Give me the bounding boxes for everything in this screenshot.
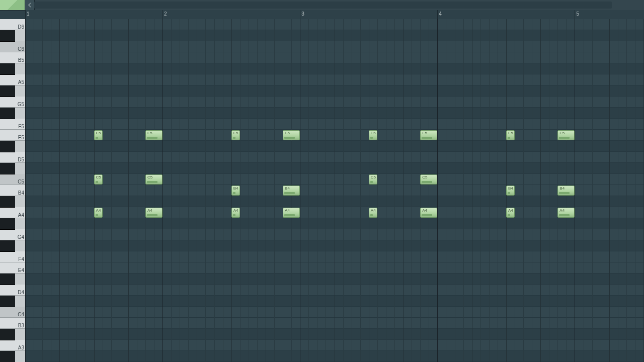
piano-key-white[interactable]: A5	[0, 74, 25, 85]
piano-key-white[interactable]: C5	[0, 174, 25, 185]
bar-label: 2	[164, 11, 167, 17]
piano-key-label: B4	[18, 190, 24, 196]
piano-keyboard[interactable]: D6C6B5A5G5F5E5D5C5B4A4G4F4E4D4C4B3A3	[0, 19, 26, 362]
midi-note[interactable]: C5	[420, 174, 437, 185]
note-label: E5	[285, 131, 290, 135]
note-label: E5	[96, 131, 101, 135]
midi-note[interactable]: A4	[231, 208, 240, 218]
note-velocity-indicator	[508, 192, 510, 194]
note-velocity-indicator	[233, 214, 235, 216]
piano-key-label: F5	[18, 124, 24, 129]
toolbar-strip[interactable]	[34, 2, 612, 9]
midi-note[interactable]: E5	[506, 130, 515, 140]
note-label: B4	[508, 186, 513, 191]
note-label: B4	[559, 186, 565, 191]
piano-key-label: A4	[18, 212, 24, 218]
piano-key-white[interactable]: G4	[0, 229, 25, 240]
midi-note[interactable]: A4	[420, 208, 437, 218]
piano-key-black[interactable]	[0, 108, 15, 119]
midi-note[interactable]: A4	[283, 208, 300, 218]
piano-key-black[interactable]	[0, 218, 15, 230]
midi-note[interactable]: E5	[145, 130, 163, 140]
piano-key-black[interactable]	[0, 63, 15, 75]
piano-key-black[interactable]	[0, 30, 15, 42]
midi-note[interactable]: C5	[145, 174, 163, 185]
piano-key-black[interactable]	[0, 240, 15, 252]
piano-key-white[interactable]: B4	[0, 185, 25, 196]
piano-key-black[interactable]	[0, 296, 15, 307]
piano-key-label: E4	[18, 267, 24, 273]
piano-key-label: E5	[18, 135, 24, 140]
piano-key-white[interactable]: E5	[0, 130, 25, 141]
midi-note[interactable]: C5	[94, 174, 103, 185]
piano-key-black[interactable]	[0, 274, 15, 285]
piano-key-white[interactable]: C6	[0, 41, 25, 52]
note-label: E5	[559, 131, 565, 135]
note-velocity-indicator	[559, 192, 570, 194]
piano-key-black[interactable]	[0, 163, 15, 174]
piano-key-white[interactable]: D6	[0, 19, 25, 30]
piano-key-label: G4	[18, 234, 24, 240]
midi-note[interactable]: E5	[231, 130, 240, 140]
midi-note[interactable]: E5	[94, 130, 103, 140]
piano-key-white[interactable]: A3	[0, 340, 25, 351]
note-velocity-indicator	[559, 214, 570, 216]
note-label: E5	[371, 131, 376, 135]
note-velocity-indicator	[233, 137, 235, 139]
midi-note[interactable]: B4	[506, 186, 515, 196]
midi-note[interactable]: E5	[369, 130, 377, 140]
note-label: A4	[508, 208, 513, 213]
midi-note[interactable]: A4	[506, 208, 515, 218]
note-label: C5	[147, 175, 152, 179]
midi-note[interactable]: B4	[557, 186, 575, 196]
piano-key-black[interactable]	[0, 141, 15, 152]
note-velocity-indicator	[96, 137, 98, 139]
midi-note[interactable]: A4	[145, 208, 163, 218]
midi-note[interactable]: C5	[369, 174, 377, 185]
midi-note[interactable]: E5	[283, 130, 300, 140]
back-button[interactable]	[25, 0, 35, 10]
piano-key-white[interactable]: G5	[0, 97, 25, 108]
piano-key-white[interactable]: F5	[0, 119, 25, 130]
note-label: C5	[371, 175, 376, 179]
piano-key-white[interactable]: C4	[0, 307, 25, 318]
piano-key-white[interactable]: B5	[0, 52, 25, 63]
bar-label: 1	[27, 11, 30, 17]
note-velocity-indicator	[422, 137, 432, 139]
piano-key-label: C4	[18, 312, 24, 317]
piano-key-black[interactable]	[0, 329, 15, 340]
timeline-ruler[interactable]: 12345	[25, 10, 644, 20]
note-label: C5	[422, 175, 427, 179]
piano-key-black[interactable]	[0, 351, 15, 362]
bar-label: 5	[576, 11, 579, 17]
midi-note[interactable]: E5	[557, 130, 575, 140]
pattern-channel-button[interactable]	[0, 0, 25, 10]
piano-key-black[interactable]	[0, 85, 15, 97]
piano-key-white[interactable]: B3	[0, 318, 25, 329]
piano-key-white[interactable]: E4	[0, 262, 25, 274]
note-label: A4	[147, 208, 152, 213]
piano-key-white[interactable]: F4	[0, 251, 25, 262]
piano-key-white[interactable]: D5	[0, 152, 25, 163]
piano-key-black[interactable]	[0, 196, 15, 208]
midi-note[interactable]: B4	[283, 186, 300, 196]
midi-note[interactable]: A4	[369, 208, 377, 218]
note-label: B4	[285, 186, 290, 191]
piano-roll-grid[interactable]: E5E5E5E5E5E5E5E5C5C5C5C5B4B4B4B4A4A4A4A4…	[25, 19, 644, 362]
piano-key-white[interactable]: A4	[0, 207, 25, 218]
note-label: B4	[233, 186, 238, 191]
midi-note[interactable]: A4	[94, 208, 103, 218]
piano-key-label: D6	[18, 24, 24, 30]
midi-note[interactable]: B4	[231, 186, 240, 196]
note-velocity-indicator	[96, 181, 98, 183]
note-velocity-indicator	[284, 214, 295, 216]
midi-note[interactable]: A4	[557, 208, 575, 218]
piano-key-label: D5	[18, 157, 24, 162]
note-label: A4	[96, 208, 101, 213]
note-velocity-indicator	[422, 214, 432, 216]
note-label: A4	[233, 208, 238, 213]
midi-note[interactable]: E5	[420, 130, 437, 140]
note-label: E5	[422, 131, 427, 135]
piano-key-label: A3	[18, 345, 24, 350]
piano-key-white[interactable]: D4	[0, 285, 25, 296]
